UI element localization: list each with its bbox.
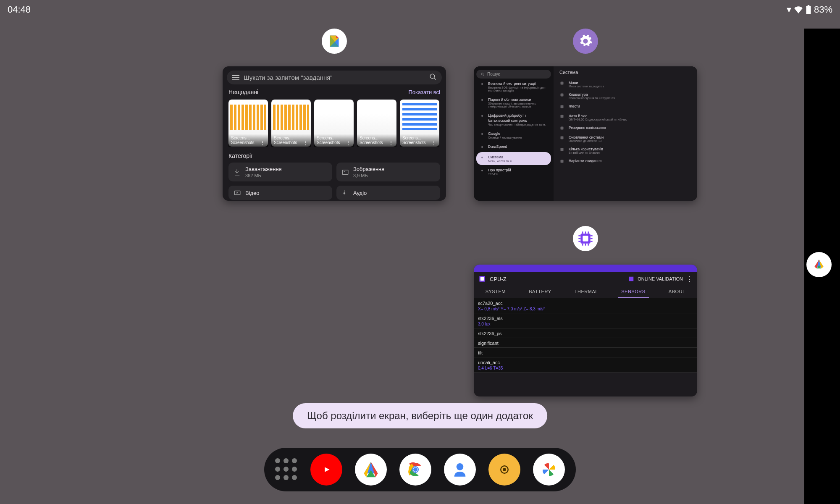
svg-rect-18: [561, 105, 564, 108]
validate-icon: [628, 276, 634, 282]
recents-card-settings[interactable]: Пошук Безпека й екстрені ситуаціїЕкстрен…: [474, 66, 697, 201]
file-thumb[interactable]: Screens...Screenshots⋮: [400, 100, 439, 147]
files-app-icon[interactable]: [322, 29, 347, 54]
settings-nav-item[interactable]: DuraSpeed: [476, 142, 551, 152]
cpuz-sensor-row: significant: [474, 338, 697, 348]
svg-point-13: [481, 146, 483, 148]
svg-point-14: [481, 157, 483, 158]
svg-point-48: [503, 468, 506, 471]
cpuz-logo-icon: [478, 275, 486, 283]
dock-app-browser[interactable]: [355, 454, 387, 486]
svg-point-2: [430, 74, 435, 79]
svg-point-10: [481, 99, 483, 101]
svg-rect-25: [583, 236, 588, 241]
settings-search[interactable]: Пошук: [476, 70, 551, 79]
svg-rect-17: [561, 94, 564, 97]
files-cat-audio[interactable]: Аудіо: [336, 186, 440, 200]
cpuz-sensor-row: stk2236_als3,0 lux: [474, 313, 697, 328]
cpuz-sensor-row: stk2236_ps: [474, 328, 697, 338]
hamburger-icon[interactable]: [232, 75, 239, 80]
settings-app-icon[interactable]: [573, 29, 598, 54]
svg-point-7: [481, 73, 483, 75]
settings-detail-item[interactable]: Кілька користувачівВи ввійшли як Власник: [559, 144, 691, 156]
svg-rect-40: [629, 277, 634, 281]
cpuz-tab[interactable]: ABOUT: [665, 289, 689, 298]
cpuz-tab[interactable]: THERMAL: [571, 289, 601, 298]
svg-rect-1: [808, 5, 809, 6]
svg-rect-21: [561, 136, 564, 139]
svg-point-15: [481, 170, 483, 171]
file-thumb[interactable]: Screens...Screenshots⋮: [357, 100, 396, 147]
svg-rect-4: [342, 170, 348, 174]
search-icon[interactable]: [429, 73, 437, 82]
files-cat-downloads[interactable]: Завантаження362 МБ: [228, 163, 332, 181]
svg-rect-16: [561, 82, 564, 85]
svg-point-5: [344, 171, 345, 172]
settings-detail-item[interactable]: Дата й часGMT+03:00 Східноєвропейський л…: [559, 111, 691, 123]
dock-app-contacts[interactable]: [444, 454, 476, 486]
svg-rect-0: [806, 6, 811, 14]
svg-rect-19: [561, 115, 564, 118]
svg-rect-20: [561, 127, 564, 130]
settings-detail-item[interactable]: Жести: [559, 102, 691, 111]
dock: [264, 448, 576, 491]
settings-detail-item[interactable]: Резервне копіювання: [559, 123, 691, 133]
recents-card-files[interactable]: Шукати за запитом "завдання" Нещодавні П…: [223, 66, 446, 201]
file-thumb[interactable]: Screens...Screenshots⋮: [271, 100, 311, 147]
files-search-bar[interactable]: Шукати за запитом "завдання": [227, 71, 442, 84]
overflow-icon[interactable]: ⋮: [686, 275, 693, 283]
cpuz-validate[interactable]: ONLINE VALIDATION: [638, 276, 683, 281]
svg-point-12: [481, 133, 483, 135]
svg-rect-23: [561, 160, 564, 163]
settings-nav-item[interactable]: Паролі й облікові записиЗбережені паролі…: [476, 94, 551, 110]
settings-detail-item[interactable]: Варіанти скидання: [559, 156, 691, 166]
dock-app-chrome[interactable]: [399, 454, 431, 486]
files-recent-label: Нещодавні: [228, 89, 258, 95]
recents-card-cpuz[interactable]: CPU-Z ONLINE VALIDATION ⋮ SYSTEMBATTERYT…: [474, 265, 697, 396]
svg-point-11: [481, 115, 483, 117]
svg-line-3: [434, 78, 436, 80]
dock-app-photos[interactable]: [533, 454, 565, 486]
cpuz-sensor-row: tilt: [474, 348, 697, 357]
cpuz-tab[interactable]: SYSTEM: [482, 289, 509, 298]
files-cat-images[interactable]: Зображення3,9 МБ: [336, 163, 440, 181]
settings-detail-item[interactable]: МовиМови системи та додатків: [559, 78, 691, 90]
svg-point-45: [413, 467, 417, 472]
cpuz-title: CPU-Z: [490, 276, 507, 282]
files-categories-label: Категорії: [228, 152, 440, 159]
file-thumb[interactable]: Screens...Screenshots⋮: [314, 100, 354, 147]
settings-nav-item[interactable]: Цифровий добробут і батьківський контрол…: [476, 110, 551, 129]
svg-point-46: [457, 463, 464, 470]
cpuz-sensor-row: sc7a20_accX= 0,8 m/s² Y= 7,0 m/s² Z= 8,3…: [474, 298, 697, 313]
split-screen-toast: Щоб розділити екран, виберіть ще один до…: [293, 403, 547, 428]
settings-nav-item[interactable]: GoogleСервіси й налаштування: [476, 129, 551, 142]
settings-detail-item[interactable]: Оновлення системиОновлено до Android 13: [559, 133, 691, 144]
cpuz-tab[interactable]: SENSORS: [618, 289, 648, 298]
app-drawer-button[interactable]: [275, 458, 298, 481]
svg-point-9: [481, 83, 483, 85]
cpuz-tabs: SYSTEMBATTERYTHERMALSENSORSABOUT: [474, 286, 697, 298]
settings-nav-item[interactable]: Про пристрійT15-EU: [476, 165, 551, 178]
files-show-all[interactable]: Показати всі: [408, 89, 440, 95]
split-app-playstore[interactable]: [806, 252, 832, 277]
files-thumbnails: Screens...Screenshots⋮ Screens...Screens…: [228, 100, 440, 147]
settings-detail-item[interactable]: КлавіатураСпособи введення та інструмент…: [559, 90, 691, 102]
cpuz-tab[interactable]: BATTERY: [525, 289, 554, 298]
file-thumb[interactable]: Screens...Screenshots⋮: [228, 100, 268, 147]
cpuz-app-icon[interactable]: [573, 226, 598, 251]
dock-app-youtube[interactable]: [310, 454, 342, 486]
battery-icon: [806, 5, 811, 14]
dock-app-5[interactable]: [488, 454, 520, 486]
files-search-placeholder: Шукати за запитом "завдання": [244, 74, 425, 81]
svg-rect-22: [561, 148, 564, 151]
svg-line-8: [483, 75, 484, 76]
settings-panel-title: Система: [559, 70, 691, 75]
status-battery: 83%: [814, 4, 832, 15]
settings-nav-item[interactable]: СистемаМови, жести та ін.: [476, 152, 551, 165]
settings-nav-item[interactable]: Безпека й екстрені ситуаціїЕкстрена SOS-…: [476, 79, 551, 94]
svg-rect-39: [480, 277, 484, 281]
files-cat-video[interactable]: Відео: [228, 186, 332, 200]
recents-overview: Шукати за запитом "завдання" Нещодавні П…: [0, 13, 804, 399]
cpuz-sensor-row: uncali_acc0,4 L=6 T=35: [474, 357, 697, 373]
